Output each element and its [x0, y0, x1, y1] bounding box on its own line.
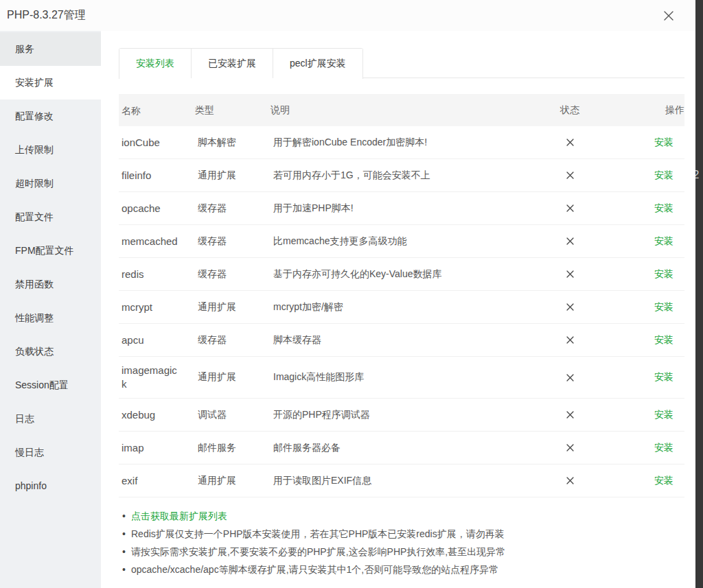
- extension-status: [542, 258, 597, 290]
- status-not-installed-icon: [566, 336, 575, 344]
- table-row: memcached缓存器比memcache支持更多高级功能安装: [119, 225, 684, 258]
- extension-name: apcu: [119, 324, 195, 356]
- note-text: Redis扩展仅支持一个PHP版本安装使用，若在其它PHP版本已安装redis扩…: [131, 525, 505, 543]
- table-row: redis缓存器基于内存亦可持久化的Key-Value数据库安装: [119, 258, 684, 291]
- extension-type: 通用扩展: [195, 291, 270, 323]
- extension-status: [542, 126, 597, 158]
- sidebar-item-9[interactable]: 负载状态: [0, 335, 101, 368]
- extension-description: 开源的PHP程序调试器: [270, 399, 542, 431]
- extension-description: 基于内存亦可持久化的Key-Value数据库: [270, 258, 542, 290]
- extension-status: [542, 324, 597, 356]
- sidebar-item-11[interactable]: 日志: [0, 402, 101, 436]
- bullet-icon: •: [122, 507, 131, 525]
- background-partial-text: 2: [695, 168, 699, 182]
- extension-type: 缓存器: [195, 192, 270, 224]
- extension-description: 用于读取图片EXIF信息: [270, 464, 542, 497]
- tab-2[interactable]: pecl扩展安装: [273, 49, 362, 78]
- modal: PHP-8.3.27管理 服务安装扩展配置修改上传限制超时限制配置文件FPM配置…: [0, 0, 695, 588]
- action-cell: 安装: [597, 432, 684, 464]
- install-button[interactable]: 安装: [654, 475, 673, 487]
- sidebar-item-10[interactable]: Session配置: [0, 368, 101, 402]
- extension-status: [542, 432, 597, 464]
- extension-description: 比memcache支持更多高级功能: [270, 225, 542, 257]
- status-not-installed-icon: [566, 410, 575, 419]
- close-button[interactable]: [661, 8, 676, 23]
- install-button[interactable]: 安装: [654, 371, 673, 384]
- extension-type: 邮件服务: [195, 432, 270, 464]
- notes-list: •点击获取最新扩展列表•Redis扩展仅支持一个PHP版本安装使用，若在其它PH…: [119, 507, 684, 578]
- extension-description: 用于解密ionCube Encoder加密脚本!: [270, 126, 542, 158]
- sidebar-item-7[interactable]: 禁用函数: [0, 268, 101, 301]
- install-button[interactable]: 安装: [654, 202, 673, 215]
- extension-name: memcached: [119, 225, 195, 257]
- extension-description: mcrypt加密/解密: [270, 291, 542, 323]
- action-cell: 安装: [597, 159, 684, 191]
- table-body: ionCube脚本解密用于解密ionCube Encoder加密脚本!安装fil…: [119, 126, 684, 497]
- dialog-header: PHP-8.3.27管理: [0, 0, 695, 31]
- install-button[interactable]: 安装: [654, 268, 673, 281]
- extension-status: [542, 357, 597, 398]
- extension-name: mcrypt: [119, 291, 195, 323]
- extension-status: [542, 225, 597, 257]
- sidebar-item-13[interactable]: phpinfo: [0, 469, 101, 503]
- sidebar-item-12[interactable]: 慢日志: [0, 436, 101, 469]
- sidebar-item-0[interactable]: 服务: [0, 32, 101, 66]
- extension-type: 通用扩展: [195, 464, 270, 497]
- extension-description: 若可用内存小于1G，可能会安装不上: [270, 159, 542, 191]
- extension-type: 调试器: [195, 399, 270, 431]
- tab-0[interactable]: 安装列表: [119, 49, 191, 79]
- extension-description: 脚本缓存器: [270, 324, 542, 356]
- table-row: exif通用扩展用于读取图片EXIF信息安装: [119, 464, 684, 497]
- bullet-icon: •: [122, 525, 131, 543]
- table-row: imap邮件服务邮件服务器必备安装: [119, 432, 684, 464]
- install-button[interactable]: 安装: [654, 235, 673, 248]
- install-button[interactable]: 安装: [654, 442, 673, 454]
- column-header-4: 操作: [597, 94, 684, 126]
- sidebar-item-5[interactable]: 配置文件: [0, 200, 101, 234]
- action-cell: 安装: [597, 399, 684, 431]
- sidebar: 服务安装扩展配置修改上传限制超时限制配置文件FPM配置文件禁用函数性能调整负载状…: [0, 31, 101, 588]
- extension-description: Imagick高性能图形库: [270, 357, 542, 398]
- table-row: mcrypt通用扩展mcrypt加密/解密安装: [119, 291, 684, 324]
- table-row: imagemagick通用扩展Imagick高性能图形库安装: [119, 357, 684, 399]
- install-button[interactable]: 安装: [654, 301, 673, 314]
- extension-status: [542, 192, 597, 224]
- extension-status: [542, 399, 597, 431]
- extensions-table: 名称类型说明状态操作 ionCube脚本解密用于解密ionCube Encode…: [119, 94, 684, 497]
- sidebar-item-4[interactable]: 超时限制: [0, 167, 101, 200]
- refresh-extensions-link[interactable]: 点击获取最新扩展列表: [131, 507, 227, 525]
- bullet-icon: •: [122, 561, 131, 578]
- sidebar-item-1[interactable]: 安装扩展: [0, 66, 101, 99]
- extension-name: fileinfo: [119, 159, 195, 191]
- note-item: •点击获取最新扩展列表: [119, 507, 684, 525]
- sidebar-item-2[interactable]: 配置修改: [0, 99, 101, 133]
- status-not-installed-icon: [566, 303, 575, 311]
- extension-type: 缓存器: [195, 258, 270, 290]
- sidebar-item-3[interactable]: 上传限制: [0, 133, 101, 167]
- action-cell: 安装: [597, 225, 684, 257]
- extension-type: 通用扩展: [195, 159, 270, 191]
- sidebar-item-6[interactable]: FPM配置文件: [0, 234, 101, 268]
- extension-name: redis: [119, 258, 195, 290]
- install-button[interactable]: 安装: [654, 137, 673, 149]
- action-cell: 安装: [597, 357, 684, 398]
- column-header-1: 类型: [195, 94, 270, 126]
- extension-type: 通用扩展: [195, 357, 270, 398]
- table-header-row: 名称类型说明状态操作: [119, 94, 684, 126]
- extension-description: 用于加速PHP脚本!: [270, 192, 542, 224]
- extension-type: 脚本解密: [195, 126, 270, 158]
- extension-status: [542, 159, 597, 191]
- install-button[interactable]: 安装: [654, 409, 673, 421]
- install-button[interactable]: 安装: [654, 334, 673, 346]
- column-header-0: 名称: [119, 94, 195, 126]
- close-icon: [662, 10, 675, 22]
- table-row: fileinfo通用扩展若可用内存小于1G，可能会安装不上安装: [119, 159, 684, 192]
- action-cell: 安装: [597, 258, 684, 290]
- tab-1[interactable]: 已安装扩展: [191, 49, 273, 78]
- extension-status: [542, 291, 597, 323]
- table-row: ionCube脚本解密用于解密ionCube Encoder加密脚本!安装: [119, 126, 684, 159]
- dialog-title: PHP-8.3.27管理: [7, 8, 86, 23]
- sidebar-item-8[interactable]: 性能调整: [0, 301, 101, 335]
- install-button[interactable]: 安装: [654, 169, 673, 182]
- column-header-3: 状态: [542, 94, 597, 126]
